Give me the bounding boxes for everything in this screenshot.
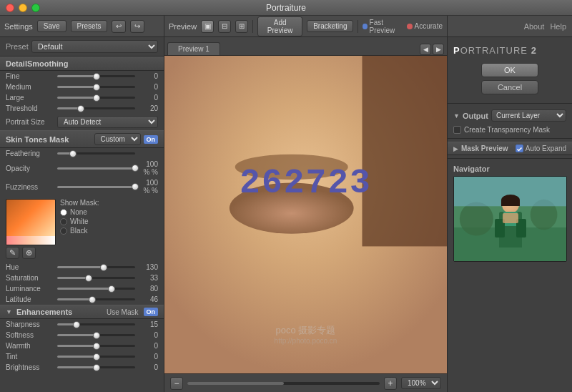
prev-arrow[interactable]: ◀ [420, 44, 431, 55]
zoom-in-button[interactable]: + [384, 377, 397, 390]
mask-black-row[interactable]: Black [60, 227, 158, 235]
next-arrow[interactable]: ▶ [433, 44, 444, 55]
mask-black-radio[interactable] [60, 227, 67, 235]
mask-none-radio[interactable] [60, 209, 67, 216]
mask-none-row[interactable]: None [60, 208, 158, 216]
add-preview-button[interactable]: Add Preview [257, 16, 302, 36]
sharpness-value: 15 [138, 320, 158, 328]
warmth-value: 0 [138, 342, 158, 350]
zoom-out-button[interactable]: − [170, 377, 183, 390]
accurate-radio[interactable]: Accurate [407, 22, 443, 30]
fine-slider-row: Fine 0 [0, 71, 164, 82]
mask-white-radio[interactable] [60, 218, 67, 225]
use-mask-label: Use Mask [107, 308, 138, 316]
undo-button[interactable]: ↩ [112, 20, 126, 33]
bracketing-button[interactable]: Bracketing [307, 20, 353, 32]
left-toolbar: Settings Save Presets ↩ ↪ [0, 16, 164, 37]
preset-select[interactable]: Default [31, 40, 158, 53]
save-button[interactable]: Save [37, 20, 66, 32]
preview-tabs: Preview 1 ◀ ▶ [164, 37, 447, 56]
saturation-track[interactable] [57, 277, 135, 279]
warmth-track[interactable] [57, 345, 135, 347]
app-title: Portraiture [266, 3, 306, 13]
saturation-label: Saturation [6, 274, 54, 282]
enhancements-collapse-icon: ▼ [6, 308, 12, 315]
opacity-value: 100 % [138, 160, 158, 176]
navigator-thumbnail[interactable] [453, 176, 567, 262]
settings-label: Settings [4, 22, 33, 31]
about-link[interactable]: About [524, 22, 545, 31]
threshold-slider-row: Threshold 20 [0, 103, 164, 114]
preview-watermark: poco 摄影专题 http://photo.poco.cn [275, 324, 337, 345]
fine-track[interactable] [57, 75, 135, 77]
auto-expand-checkbox[interactable] [516, 144, 523, 152]
eyedropper-row: ✎ ⊕ [6, 247, 56, 259]
navigator-header: Navigator [448, 162, 572, 176]
fast-preview-radio[interactable]: Fast Preview [363, 19, 402, 34]
enhancements-header: ▼ Enhancements Use Mask On [0, 305, 164, 319]
output-label: Output [463, 112, 488, 120]
skin-tones-preset-select[interactable]: Custom [94, 133, 141, 145]
output-row: ▼ Output Current Layer [448, 107, 572, 124]
create-transparency-checkbox[interactable] [453, 126, 461, 134]
color-swatch[interactable] [6, 199, 56, 245]
split-view-button[interactable]: ⊟ [218, 20, 231, 33]
threshold-track[interactable] [57, 107, 135, 109]
mask-white-row[interactable]: White [60, 217, 158, 225]
luminance-value: 80 [138, 285, 158, 293]
saturation-value: 33 [138, 274, 158, 282]
sharpness-track[interactable] [57, 323, 135, 325]
maximize-button[interactable] [31, 4, 40, 12]
preview-canvas[interactable]: 262723 poco 摄影专题 http://photo.poco.cn [164, 56, 447, 373]
fine-value: 0 [138, 72, 158, 80]
zoom-scrubber[interactable] [187, 382, 380, 385]
fuzziness-track[interactable] [57, 186, 135, 188]
enhancements-title: Enhancements [16, 308, 104, 316]
opacity-track[interactable] [57, 167, 135, 170]
mask-black-label: Black [70, 227, 87, 235]
medium-value: 0 [138, 83, 158, 91]
luminance-track[interactable] [57, 288, 135, 290]
cancel-button[interactable]: Cancel [481, 80, 538, 94]
mask-preview-label[interactable]: Mask Preview [461, 144, 508, 152]
triple-view-button[interactable]: ⊞ [235, 20, 248, 33]
medium-track[interactable] [57, 86, 135, 88]
preview-tab-nav: ◀ ▶ [420, 44, 444, 55]
medium-slider-row: Medium 0 [0, 82, 164, 92]
tint-track[interactable] [57, 356, 135, 358]
divider-2 [448, 138, 572, 139]
ok-cancel-area: OK Cancel [448, 60, 572, 100]
medium-label: Medium [6, 83, 54, 91]
show-mask-area: Show Mask: None White Black [60, 199, 158, 259]
divider-1 [448, 103, 572, 104]
close-button[interactable] [6, 4, 14, 12]
zoom-select[interactable]: 100% 50% 200% [401, 377, 441, 389]
help-link[interactable]: Help [550, 22, 566, 31]
hue-label: Hue [6, 263, 54, 271]
preview-tab-1[interactable]: Preview 1 [167, 42, 220, 55]
skin-tones-badge: On [144, 135, 159, 144]
left-panel-scroll[interactable]: DetailSmoothing Fine 0 Medium 0 Large [0, 57, 164, 392]
portrait-size-select[interactable]: Auto Detect [57, 116, 158, 128]
presets-button[interactable]: Presets [71, 20, 108, 32]
eyedropper2-button[interactable]: ⊕ [22, 247, 36, 259]
tint-value: 0 [138, 353, 158, 361]
latitude-track[interactable] [57, 298, 135, 300]
skin-tones-header: Skin Tones Mask Custom On [0, 130, 164, 148]
ok-button[interactable]: OK [481, 63, 538, 77]
output-select[interactable]: Current Layer [491, 109, 566, 122]
threshold-label: Threshold [6, 104, 54, 112]
single-view-button[interactable]: ▣ [201, 20, 214, 33]
redo-button[interactable]: ↪ [130, 20, 144, 33]
brightness-track[interactable] [57, 366, 135, 368]
tint-slider-row: Tint 0 [0, 351, 164, 362]
feathering-track[interactable] [57, 152, 135, 155]
large-track[interactable] [57, 97, 135, 99]
fuzziness-value: 100 % [138, 179, 158, 195]
portraiture-logo: PORTRAITURE 2 [448, 37, 572, 60]
hue-track[interactable] [57, 266, 135, 268]
softness-track[interactable] [57, 334, 135, 336]
minimize-button[interactable] [19, 4, 27, 12]
show-mask-label: Show Mask: [60, 199, 158, 207]
eyedropper-button[interactable]: ✎ [6, 247, 19, 259]
